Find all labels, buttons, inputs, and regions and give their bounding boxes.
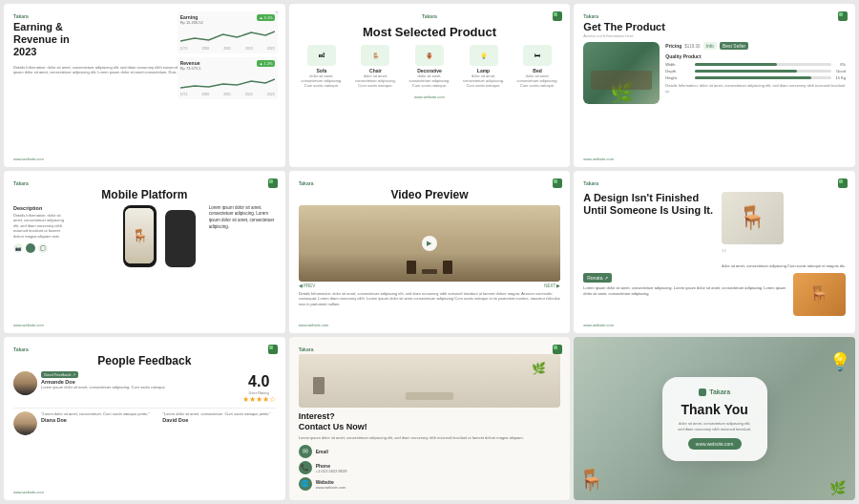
website-info: Website www.website.com — [316, 479, 346, 490]
avatar-diana — [13, 411, 37, 435]
website-link[interactable]: www.website.com — [13, 157, 44, 161]
quality-height: Height 15 Kg — [665, 75, 846, 80]
thankyou-title: Thank You — [678, 402, 752, 417]
decorative-icon: 🏺 — [426, 52, 432, 59]
decorative-desc: dolor sit amet, consectetuer adipiscing.… — [407, 74, 453, 89]
website-link[interactable]: www.website.com — [299, 323, 329, 327]
feedback-content-diana: "Lorem dolor sit amet, consectetuer. Cum… — [41, 411, 154, 423]
website-link[interactable]: www.website.com — [414, 94, 445, 99]
website-button[interactable]: www.website.com — [688, 438, 742, 450]
next-button[interactable]: NEXT ▶ — [544, 284, 560, 288]
brand-label: Takara — [583, 13, 846, 19]
brand-label: Takara — [299, 180, 561, 186]
feedback-content-armande: Good Feedback ↗ Armande Doe Lorem ipsum … — [41, 371, 238, 390]
right-content: 🪑 " dolor sit amet, consectetuer adipisc… — [722, 192, 846, 269]
platform-icon-3[interactable]: 💬 — [38, 243, 48, 253]
rating-area: 4.0 User Rating ★★★★☆ — [242, 373, 276, 404]
contact-website: 🌐 Website www.website.com — [299, 477, 561, 491]
sofa-icon-box: 🛋 — [307, 45, 336, 66]
quality-width-bar — [695, 63, 777, 66]
brand-icon — [268, 345, 278, 354]
product-decorative: 🏺 Decorative dolor sit amet, consectetue… — [407, 45, 453, 89]
video-desc: Details Information: dolor sit amet, con… — [299, 291, 561, 307]
big-quote-mark: " — [722, 247, 846, 261]
chair-desc: dolor sit amet, consectetuer adipiscing.… — [352, 74, 399, 89]
sofa-icon: 🛋 — [319, 52, 325, 58]
brand-icon — [553, 11, 562, 21]
quality-height-name: Height — [665, 75, 692, 80]
quote-top: A Design Isn't Finished Until Someone Is… — [583, 192, 846, 269]
contact-intro: Lorem ipsum dolor sit amet, consectetuer… — [299, 435, 561, 441]
ribbon-label[interactable]: Renata ↗ — [583, 273, 612, 283]
product-desc: Details Information: dolor sit amet, con… — [665, 83, 846, 94]
phone-screen: 🪑 — [125, 208, 154, 263]
slide-get-product: Takara Get The Product Access our Inform… — [574, 4, 855, 167]
rating-stars: ★★★★☆ — [242, 395, 276, 404]
earning-sparkline — [180, 27, 275, 46]
quality-depth-val: Good — [834, 69, 846, 74]
desc-title: Description — [13, 205, 71, 211]
website-link[interactable]: www.website.com — [13, 490, 44, 494]
quality-label: Quality Product — [665, 53, 846, 59]
product-chair: 🪑 Chair dolor sit amet, consectetuer adi… — [352, 45, 399, 89]
room-plant-icon: 🌿 — [829, 480, 846, 495]
lamp-desc: dolor sit amet, consectetuer adipiscing.… — [460, 74, 507, 89]
quality-width-val: 6% — [834, 62, 846, 67]
chair-icon-box: 🪑 — [361, 45, 389, 66]
brand-label: Takara — [13, 346, 276, 352]
slide-title: People Feedback — [13, 354, 276, 368]
phone-content: 🪑 — [132, 228, 148, 243]
bed-desc: dolor sit amet, consectetuer adipiscing.… — [514, 74, 561, 89]
room-lamp-icon: 💡 — [829, 351, 850, 372]
website-icon: 🌐 — [299, 477, 312, 491]
platform-icon-1[interactable]: 📷 — [13, 243, 23, 253]
orange-chair-image: 🪑 — [793, 273, 846, 316]
bottom-left: Renata ↗ Lorem ipsum dolor sit amet, con… — [583, 273, 787, 316]
slide-earning-revenue: Takara Earning &Revenue in2023 Details I… — [4, 4, 285, 167]
feedback-card-diana: "Lorem dolor sit amet, consectetuer. Cum… — [13, 411, 276, 435]
play-button[interactable]: ▶ — [422, 236, 437, 251]
product-bed: 🛏 Bed dolor sit amet, consectetuer adipi… — [514, 45, 561, 89]
quality-depth-name: Depth — [665, 69, 692, 74]
revenue-badge: ▲ 1.3% — [257, 60, 274, 67]
brand-icon — [553, 178, 562, 188]
contact-phone: 📞 Phone +1-012-5622 8629 — [299, 461, 561, 474]
brand-label: Takara — [422, 13, 437, 19]
feedback-badge: Good Feedback ↗ — [41, 371, 78, 378]
feedback-row-top: Good Feedback ↗ Armande Doe Lorem ipsum … — [13, 371, 276, 404]
brand-icon — [553, 345, 562, 354]
chair-image: 🪑 — [722, 192, 784, 244]
feedback-card-main: Good Feedback ↗ Armande Doe Lorem ipsum … — [13, 371, 238, 404]
slide-title: Most Selected Product — [363, 25, 496, 39]
bed-icon: 🛏 — [534, 52, 540, 58]
slide-thankyou: 🪑 💡 🌿 Takara Thank You dolor sit amet, c… — [574, 337, 855, 500]
earning-badge: ▲ 4.1% — [257, 14, 274, 21]
slide-mobile-platform: Takara Mobile Platform Description Detai… — [4, 171, 285, 334]
avatar-armande — [13, 371, 37, 395]
prev-button[interactable]: ◀ PREV — [299, 284, 316, 288]
brand-label: Takara — [13, 180, 276, 186]
platform-icons[interactable]: 📷 🎵 💬 — [13, 243, 71, 253]
video-area[interactable]: ▶ — [299, 205, 561, 282]
feedback-name-diana: Diana Doe — [41, 417, 154, 423]
pricing-label: Pricing — [665, 43, 681, 49]
desc-text: Details Information: dolor sit amet, con… — [13, 213, 71, 240]
platform-icon-2[interactable]: 🎵 — [26, 243, 35, 253]
slide-people-feedback: Takara People Feedback Good Feedback ↗ A… — [4, 337, 285, 500]
website-link[interactable]: www.website.com — [13, 323, 44, 327]
slide-design-quote: Takara A Design Isn't Finished Until Som… — [574, 171, 855, 334]
email-label: Email — [316, 449, 328, 454]
product-sofa: 🛋 Sofa dolor sit amet, consectetuer adip… — [299, 45, 346, 89]
website-link[interactable]: www.website.com — [583, 157, 614, 161]
slide-most-selected: Takara Most Selected Product 🛋 Sofa dolo… — [289, 4, 571, 167]
quality-height-bar-bg — [695, 76, 831, 79]
phone-mockup-secondary — [165, 210, 196, 267]
couch-decoration — [591, 71, 652, 90]
info-tag: Info — [703, 42, 717, 50]
feedback-name-david: David Doe — [162, 417, 275, 423]
website-link[interactable]: www.website.com — [583, 323, 614, 327]
quality-height-val: 15 Kg — [834, 75, 846, 80]
contact-email: ✉ Email — [299, 445, 561, 458]
bed-icon-box: 🛏 — [523, 45, 552, 66]
quote-text: A Design Isn't Finished Until Someone Is… — [583, 192, 716, 269]
